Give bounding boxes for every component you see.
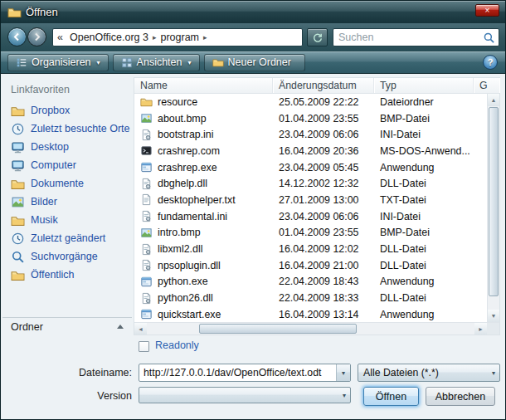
- column-headers: Name Änderungsdatum Typ G: [134, 78, 499, 94]
- file-date: 16.04.2009 13:14: [273, 309, 374, 320]
- column-header-size[interactable]: G: [474, 78, 499, 93]
- sidebar-item-label: Desktop: [31, 141, 69, 153]
- file-row[interactable]: dbghelp.dll 14.12.2002 12:32 DLL-Datei: [134, 175, 487, 192]
- sidebar-item[interactable]: Zuletzt geändert: [4, 229, 132, 247]
- dll-icon: [140, 292, 153, 305]
- exe-icon: [140, 161, 153, 173]
- breadcrumb-overflow-chevrons[interactable]: «: [53, 32, 67, 43]
- file-row[interactable]: python.exe 22.04.2009 18:43 Anwendung: [134, 274, 487, 291]
- filename-label: Dateiname:: [1, 367, 132, 378]
- file-date: 14.12.2002 12:32: [273, 178, 374, 189]
- recent-changed-icon: [11, 232, 25, 246]
- file-name: quickstart.exe: [158, 309, 221, 320]
- open-button[interactable]: Öffnen: [363, 387, 419, 406]
- breadcrumb-item[interactable]: program: [158, 32, 202, 43]
- sidebar-item[interactable]: Bilder: [4, 193, 132, 211]
- filetype-arrow-icon: ▾: [492, 369, 495, 377]
- sidebar-item-label: Zuletzt besuchte Orte: [31, 123, 130, 134]
- filetype-dropdown[interactable]: Alle Dateien (*.*) ▾: [358, 364, 500, 382]
- file-row[interactable]: resource 25.05.2009 22:22 Dateiordner: [134, 94, 487, 110]
- toolbar-button[interactable]: Neuer Ordner: [204, 54, 305, 71]
- sidebar-item[interactable]: Dokumente: [4, 174, 132, 193]
- file-type: DLL-Datei: [374, 178, 474, 189]
- title-bar[interactable]: Öffnen ×: [1, 1, 505, 23]
- folders-expander[interactable]: Ordner: [2, 317, 132, 335]
- filename-combobox: ▾: [139, 364, 351, 382]
- sidebar-item[interactable]: Desktop: [4, 138, 132, 156]
- toolbar-button[interactable]: Organisieren ▾: [7, 54, 109, 71]
- open-folder-icon: [7, 5, 22, 19]
- file-row[interactable]: npsoplugin.dll 16.04.2009 21:00 DLL-Date…: [134, 257, 487, 274]
- scroll-down-icon[interactable]: ▼: [488, 310, 499, 322]
- exe-icon: [140, 276, 153, 288]
- sidebar-item[interactable]: Öffentlich: [4, 266, 132, 284]
- scroll-right-icon[interactable]: ►: [474, 323, 487, 335]
- exe-icon: [140, 308, 153, 320]
- file-row[interactable]: python26.dll 22.04.2009 18:33 DLL-Datei: [134, 290, 487, 306]
- dll-icon: [140, 178, 153, 190]
- file-name: crashrep.com: [158, 145, 220, 157]
- recent-icon: [11, 122, 25, 136]
- sidebar-item-label: Dropbox: [31, 105, 70, 116]
- bmp-icon: [140, 112, 153, 125]
- toolbar-button[interactable]: Ansichten ▾: [113, 54, 200, 71]
- file-row[interactable]: desktophelper.txt 27.01.2009 13:00 TXT-D…: [134, 192, 487, 208]
- views-icon: [121, 56, 133, 68]
- sidebar-item[interactable]: Dropbox: [4, 101, 132, 120]
- scroll-up-icon[interactable]: ▲: [488, 94, 499, 106]
- sidebar-item-label: Zuletzt geändert: [31, 232, 105, 244]
- forward-button[interactable]: [27, 27, 46, 46]
- file-name: intro.bmp: [158, 227, 201, 238]
- version-dropdown[interactable]: ▾: [139, 387, 351, 403]
- file-row[interactable]: crashrep.com 16.04.2009 20:36 MS-DOS-Anw…: [134, 143, 487, 159]
- filename-input[interactable]: [140, 365, 336, 380]
- back-button[interactable]: [7, 27, 27, 46]
- close-button[interactable]: ×: [475, 4, 499, 17]
- file-type: Anwendung: [374, 309, 474, 320]
- search-input[interactable]: [335, 30, 480, 45]
- dll-icon: [140, 259, 153, 271]
- dropdown-arrow-icon: ▾: [97, 59, 100, 66]
- column-header-type[interactable]: Typ: [374, 78, 474, 93]
- horizontal-scroll-thumb[interactable]: [199, 324, 357, 334]
- horizontal-scrollbar[interactable]: ◄ ►: [134, 322, 499, 335]
- file-name: python26.dll: [158, 292, 213, 304]
- file-row[interactable]: fundamental.ini 23.04.2009 06:06 INI-Dat…: [134, 208, 487, 225]
- file-date: 01.04.2009 23:55: [273, 227, 374, 238]
- sidebar-item[interactable]: Musik: [4, 211, 132, 229]
- help-button[interactable]: ?: [483, 55, 498, 70]
- scroll-left-icon[interactable]: ◄: [134, 323, 147, 335]
- readonly-checkbox[interactable]: [139, 341, 149, 352]
- breadcrumb-separator-icon[interactable]: ▸: [151, 33, 158, 42]
- breadcrumb-separator-icon[interactable]: ▸: [202, 33, 209, 42]
- file-date: 27.01.2009 13:00: [273, 194, 374, 206]
- vertical-scrollbar[interactable]: ▲ ▼: [487, 94, 499, 322]
- filetype-value: Alle Dateien (*.*): [363, 367, 439, 378]
- sidebar-item[interactable]: Computer: [4, 156, 132, 174]
- ini-icon: [140, 210, 153, 222]
- filename-dropdown-arrow-icon[interactable]: ▾: [336, 364, 350, 381]
- ini-icon: [140, 129, 153, 141]
- column-header-date[interactable]: Änderungsdatum: [273, 78, 374, 93]
- file-row[interactable]: bootstrap.ini 23.04.2009 06:06 INI-Datei: [134, 126, 487, 143]
- sidebar-item[interactable]: Zuletzt besuchte Orte: [4, 120, 132, 138]
- file-row[interactable]: intro.bmp 01.04.2009 23:55 BMP-Datei: [134, 225, 487, 242]
- new-folder-icon: [212, 56, 224, 68]
- computer-icon: [11, 159, 25, 173]
- file-type: INI-Datei: [374, 211, 474, 222]
- breadcrumb-item[interactable]: OpenOffice.org 3: [67, 32, 151, 43]
- column-header-name[interactable]: Name: [134, 78, 273, 93]
- file-name: about.bmp: [158, 113, 207, 125]
- readonly-label[interactable]: Readonly: [155, 339, 199, 351]
- cancel-button[interactable]: Abbrechen: [426, 387, 495, 406]
- file-row[interactable]: quickstart.exe 16.04.2009 13:14 Anwendun…: [134, 306, 487, 322]
- refresh-button[interactable]: [307, 28, 328, 46]
- file-row[interactable]: libxml2.dll 16.04.2009 12:02 DLL-Datei: [134, 241, 487, 257]
- file-type: Anwendung: [374, 162, 474, 173]
- file-name: fundamental.ini: [158, 211, 227, 222]
- searches-icon: [11, 250, 25, 264]
- vertical-scroll-thumb[interactable]: [489, 107, 499, 296]
- sidebar-item[interactable]: Suchvorgänge: [4, 247, 132, 266]
- file-row[interactable]: crashrep.exe 23.04.2009 05:45 Anwendung: [134, 159, 487, 176]
- file-row[interactable]: about.bmp 01.04.2009 23:55 BMP-Datei: [134, 110, 487, 127]
